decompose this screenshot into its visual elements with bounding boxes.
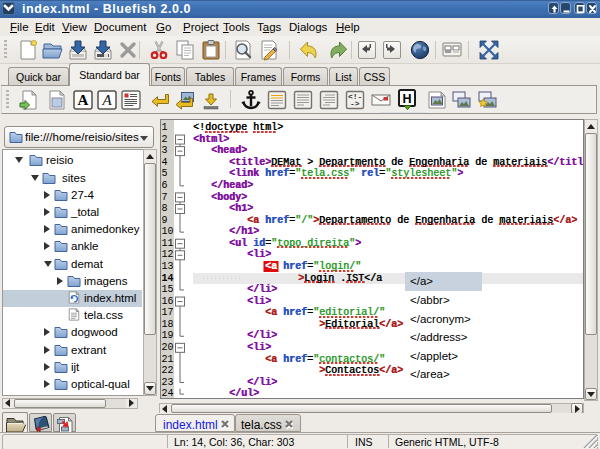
- svg-text:A: A: [101, 92, 112, 108]
- svg-text:H: H: [402, 92, 411, 106]
- svg-text:A: A: [78, 92, 89, 108]
- svg-text:->: ->: [350, 99, 360, 108]
